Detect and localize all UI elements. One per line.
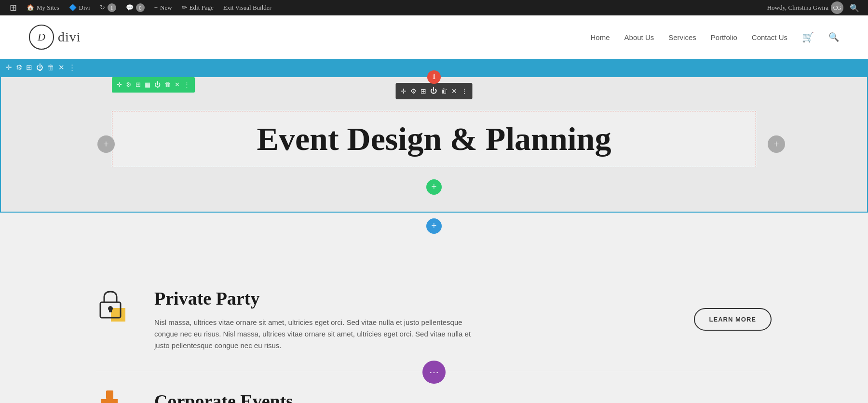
exit-vb-label: Exit Visual Builder: [223, 4, 271, 12]
private-party-desc: Nisl massa, ultrices vitae ornare sit am…: [154, 317, 482, 351]
exit-vb-button[interactable]: Exit Visual Builder: [218, 0, 276, 15]
row-settings-icon[interactable]: ⚙: [126, 81, 132, 89]
howdy-text: Howdy, Christina Gwira: [767, 4, 828, 12]
lock-icon: [96, 288, 128, 322]
wp-logo-button[interactable]: ⊞: [5, 0, 22, 15]
row-duplicate-icon[interactable]: ⊞: [136, 81, 141, 89]
chat-bubble-button[interactable]: ⋯: [422, 361, 446, 384]
admin-search-icon[interactable]: 🔍: [846, 3, 863, 13]
chat-bubble-icon: ⋯: [429, 366, 439, 378]
my-sites-button[interactable]: 🏠 My Sites: [22, 0, 64, 15]
row-move-icon[interactable]: ✛: [117, 81, 122, 89]
row-delete-icon[interactable]: 🗑: [164, 81, 171, 89]
private-party-title: Private Party: [154, 288, 675, 309]
section-close-icon[interactable]: ✕: [58, 63, 65, 72]
admin-bar: ⊞ 🏠 My Sites 🔷 Divi ↻ 1 💬 0 + New ✏ Edit…: [0, 0, 868, 15]
logo-letter: D: [38, 31, 45, 43]
admin-bar-right: Howdy, Christina Gwira CG 🔍: [767, 1, 863, 14]
site-logo[interactable]: D divi: [29, 25, 81, 50]
section-settings-icon[interactable]: ⚙: [16, 63, 22, 72]
section-duplicate-icon[interactable]: ⊞: [26, 63, 32, 72]
section-move-icon[interactable]: ✛: [6, 63, 12, 72]
module-duplicate-icon[interactable]: ⊞: [420, 87, 426, 95]
svg-rect-0: [111, 308, 125, 322]
private-party-icon-wrap: [96, 288, 135, 323]
site-header: D divi Home About Us Services Portfolio …: [0, 15, 868, 59]
nav-contact-us[interactable]: Contact Us: [752, 33, 787, 41]
my-sites-label: My Sites: [37, 4, 59, 12]
section-toggle-icon[interactable]: ⏻: [36, 64, 43, 72]
corporate-events-content: Corporate Events: [154, 390, 772, 403]
add-section-row: +: [0, 213, 868, 240]
updates-badge: 1: [108, 3, 116, 12]
module-more-icon[interactable]: ⋮: [461, 87, 468, 95]
corporate-events-icon: [96, 390, 123, 403]
logo-text: divi: [58, 29, 81, 45]
corporate-events-title: Corporate Events: [154, 390, 772, 403]
row-toolbar: ✛ ⚙ ⊞ ▦ ⏻ 🗑 ✕ ⋮: [112, 77, 195, 93]
comments-button[interactable]: 💬 0: [121, 0, 149, 15]
wp-icon: ⊞: [10, 2, 17, 13]
new-label: New: [160, 4, 172, 12]
site-nav: Home About Us Services Portfolio Contact…: [591, 31, 839, 43]
comments-icon: 💬: [126, 4, 134, 12]
module-toggle-icon[interactable]: ⏻: [430, 87, 437, 95]
col-add-right-button[interactable]: +: [768, 135, 785, 153]
edit-page-button[interactable]: ✏ Edit Page: [177, 0, 218, 15]
nav-services[interactable]: Services: [668, 33, 696, 41]
hero-title: Event Design & Planning: [132, 121, 736, 157]
private-party-item: Private Party Nisl massa, ultrices vitae…: [96, 269, 772, 371]
corporate-events-icon-wrap: [96, 390, 135, 403]
avatar: CG: [831, 1, 843, 14]
edit-icon: ✏: [182, 4, 187, 12]
new-content-button[interactable]: + New: [149, 0, 177, 15]
row-close-icon[interactable]: ✕: [175, 81, 180, 89]
module-toolbar: ✛ ⚙ ⊞ ⏻ 🗑 ✕ ⋮: [396, 83, 473, 99]
private-party-learn-more-button[interactable]: LEARN MORE: [694, 308, 772, 331]
comments-badge: 0: [136, 3, 145, 12]
section-badge: 1: [427, 70, 441, 84]
search-icon[interactable]: 🔍: [828, 32, 839, 42]
hero-add-module-button[interactable]: +: [426, 179, 442, 195]
module-close-icon[interactable]: ✕: [451, 87, 457, 95]
nav-about-us[interactable]: About Us: [624, 33, 654, 41]
divi-label: Divi: [79, 4, 90, 12]
module-settings-icon[interactable]: ⚙: [410, 87, 417, 95]
nav-home[interactable]: Home: [591, 33, 610, 41]
svg-rect-4: [106, 390, 113, 399]
col-add-left-button[interactable]: +: [97, 135, 115, 153]
row-more-icon[interactable]: ⋮: [184, 81, 190, 89]
private-party-content: Private Party Nisl massa, ultrices vitae…: [154, 288, 675, 351]
divi-button[interactable]: 🔷 Divi: [64, 0, 95, 15]
nav-portfolio[interactable]: Portfolio: [711, 33, 737, 41]
row-columns-icon[interactable]: ▦: [145, 81, 150, 89]
logo-circle: D: [29, 25, 54, 50]
plus-icon: +: [154, 4, 158, 12]
module-delete-icon[interactable]: 🗑: [441, 87, 448, 95]
my-sites-icon: 🏠: [27, 4, 34, 12]
hero-text-container: Event Design & Planning: [112, 111, 756, 167]
hero-section: 1 ✛ ⚙ ⊞ ▦ ⏻ 🗑 ✕ ⋮ ✛ ⚙ ⊞ ⏻ 🗑 ✕ ⋮ + + Even…: [0, 76, 868, 213]
add-section-button[interactable]: +: [426, 218, 442, 234]
module-move-icon[interactable]: ✛: [401, 87, 407, 95]
updates-button[interactable]: ↻ 1: [95, 0, 121, 15]
cart-icon[interactable]: 🛒: [802, 31, 814, 43]
edit-page-label: Edit Page: [190, 4, 214, 12]
updates-icon: ↻: [100, 4, 105, 12]
divi-icon: 🔷: [69, 4, 77, 12]
section-more-icon[interactable]: ⋮: [68, 63, 76, 72]
row-toggle-icon[interactable]: ⏻: [154, 81, 161, 89]
svg-rect-3: [109, 309, 112, 312]
section-delete-icon[interactable]: 🗑: [47, 64, 54, 72]
hero-add-row: +: [1, 177, 867, 197]
